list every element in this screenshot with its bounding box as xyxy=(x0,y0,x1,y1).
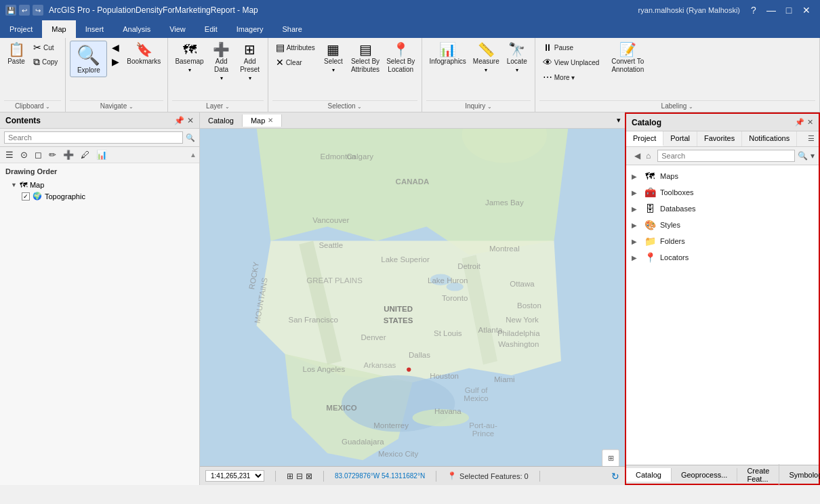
catalog-item-folders[interactable]: ▶ 📁 Folders xyxy=(626,233,819,249)
undo-icon[interactable]: ↩ xyxy=(19,5,30,16)
catalog-item-databases[interactable]: ▶ 🗄 Databases xyxy=(626,201,819,217)
menu-share[interactable]: Share xyxy=(273,20,312,38)
explore-button[interactable]: 🔍 Explore xyxy=(70,41,107,77)
bottom-tab-symbology[interactable]: Symbology xyxy=(779,468,820,482)
draw-button[interactable]: 🖊 xyxy=(78,148,92,161)
chart-button[interactable]: 📊 xyxy=(94,148,110,161)
catalog-item-toolboxes[interactable]: ▶ 🧰 Toolboxes xyxy=(626,184,819,201)
cut-button[interactable]: ✂ Cut xyxy=(30,41,61,54)
catalog-tab-portal[interactable]: Portal xyxy=(663,131,697,146)
menu-map[interactable]: Map xyxy=(42,20,75,38)
minimize-button[interactable]: — xyxy=(763,2,779,18)
contents-search-input[interactable] xyxy=(4,131,183,144)
cut-label: Cut xyxy=(43,44,54,51)
basemap-button[interactable]: 🗺 Basemap ▾ xyxy=(172,41,206,75)
catalog-menu-icon[interactable]: ☰ xyxy=(804,131,819,146)
menu-edit[interactable]: Edit xyxy=(195,20,227,38)
map-dropdown-icon[interactable]: ▾ xyxy=(613,116,625,125)
expand-maps-icon: ▶ xyxy=(632,173,640,180)
bottom-tab-geoprocess[interactable]: Geoprocess... xyxy=(672,468,737,482)
attributes-button[interactable]: ▤ Attributes xyxy=(272,41,319,54)
view-unplaced-button[interactable]: 👁 View Unplaced xyxy=(539,56,603,69)
maximize-button[interactable]: □ xyxy=(781,2,797,18)
topographic-checkbox[interactable]: ✓ xyxy=(22,192,30,201)
cut-copy-col: ✂ Cut ⧉ Copy xyxy=(30,41,61,69)
paste-button[interactable]: 📋 Paste xyxy=(4,41,28,68)
menu-imagery[interactable]: Imagery xyxy=(227,20,273,38)
catalog-item-styles[interactable]: ▶ 🎨 Styles xyxy=(626,217,819,233)
select-by-location-button[interactable]: 📍 Select ByLocation xyxy=(384,41,417,76)
refresh-icon[interactable]: ↻ xyxy=(611,471,619,482)
nav-forward-button[interactable]: ▶ xyxy=(108,55,123,68)
map-tab[interactable]: Map ✕ xyxy=(243,114,282,127)
catalog-title: Catalog xyxy=(632,118,661,127)
close-button[interactable]: ✕ xyxy=(798,2,815,18)
window-controls[interactable]: ? — □ ✕ xyxy=(745,2,815,18)
help-button[interactable]: ? xyxy=(745,2,762,18)
cylinder-view-button[interactable]: ⊙ xyxy=(18,148,30,161)
save-icon[interactable]: 💾 xyxy=(5,5,16,16)
catalog-pin-icon[interactable]: 📌 xyxy=(795,118,804,127)
catalog-search-input[interactable] xyxy=(657,150,795,162)
bookmarks-button[interactable]: 🔖 Bookmarks xyxy=(124,41,163,68)
title-bar: 💾 ↩ ↪ ArcGIS Pro - PopulationDensityForM… xyxy=(0,0,820,20)
map-container[interactable]: CANADA UNITED STATES MEXICO ROCKY MOUNTA… xyxy=(200,129,625,466)
window-title: ArcGIS Pro - PopulationDensityForMarketi… xyxy=(49,5,258,15)
contents-search-icon[interactable]: 🔍 xyxy=(186,133,195,142)
folders-label: Folders xyxy=(660,237,685,245)
bottom-tab-catalog[interactable]: Catalog xyxy=(626,468,672,482)
infographics-button[interactable]: 📊 Infographics xyxy=(426,41,468,68)
expand-toolboxes-icon: ▶ xyxy=(632,189,640,196)
more-button[interactable]: ⋯ More ▾ xyxy=(539,70,603,84)
copy-icon: ⧉ xyxy=(33,56,40,68)
coordinates-item: 83.0729876°W 54.1311682°N xyxy=(335,472,425,480)
locators-icon: 📍 xyxy=(644,252,656,263)
map-extent-icon[interactable]: ⊟ xyxy=(296,471,303,481)
locate-button[interactable]: 🔭 Locate ▾ xyxy=(504,41,531,75)
list-view-button[interactable]: ☰ xyxy=(3,148,16,161)
svg-text:Seattle: Seattle xyxy=(319,241,343,249)
map-layer-item[interactable]: ▼ 🗺 Map xyxy=(0,180,199,190)
map-tab-close-icon[interactable]: ✕ xyxy=(268,117,273,124)
clear-button[interactable]: ✕ Clear xyxy=(272,56,319,69)
bottom-tab-create-feat[interactable]: Create Feat... xyxy=(737,464,779,486)
catalog-item-maps[interactable]: ▶ 🗺 Maps xyxy=(626,168,819,184)
scale-selector[interactable]: 1:41,265,231 xyxy=(205,470,264,482)
svg-text:STATES: STATES xyxy=(384,316,413,324)
select-by-attributes-icon: ▤ xyxy=(359,43,372,56)
edit-button[interactable]: ✏ xyxy=(46,148,59,161)
add-data-button[interactable]: ➕ AddData ▾ xyxy=(208,41,235,83)
pin-icon[interactable]: 📌 xyxy=(174,116,184,125)
menu-insert[interactable]: Insert xyxy=(76,20,114,38)
select-button[interactable]: ▦ Select ▾ xyxy=(320,41,347,75)
nav-back-button[interactable]: ◀ xyxy=(108,41,123,54)
add-preset-button[interactable]: ⊞ AddPreset ▾ xyxy=(237,41,264,83)
catalog-tab[interactable]: Catalog xyxy=(200,114,243,127)
catalog-search-dropdown-icon[interactable]: ▾ xyxy=(811,151,815,161)
catalog-search-icon[interactable]: 🔍 xyxy=(798,151,808,161)
measure-button[interactable]: 📏 Measure ▾ xyxy=(470,41,502,75)
contents-close-icon[interactable]: ✕ xyxy=(187,116,194,125)
map-home-icon[interactable]: ⊠ xyxy=(306,471,312,481)
convert-to-annotation-button[interactable]: 📝 Convert To Annotation xyxy=(604,41,651,76)
pause-button[interactable]: ⏸ Pause xyxy=(539,41,603,54)
svg-point-45 xyxy=(407,367,411,371)
catalog-back-icon[interactable]: ◀ xyxy=(633,150,642,162)
catalog-tab-favorites[interactable]: Favorites xyxy=(697,131,742,146)
menu-analysis[interactable]: Analysis xyxy=(113,20,160,38)
menu-project[interactable]: Project xyxy=(0,20,42,38)
select-by-attributes-button[interactable]: ▤ Select ByAttributes xyxy=(348,41,382,76)
redo-icon[interactable]: ↪ xyxy=(33,5,43,16)
catalog-tab-notifications[interactable]: Notifications xyxy=(742,131,797,146)
menu-view[interactable]: View xyxy=(160,20,195,38)
catalog-home-icon[interactable]: ⌂ xyxy=(644,150,652,162)
filter-button[interactable]: ◻ xyxy=(32,148,45,161)
map-grid-icon[interactable]: ⊞ xyxy=(287,471,293,481)
add-layer-button[interactable]: ➕ xyxy=(60,148,77,161)
catalog-close-icon[interactable]: ✕ xyxy=(807,118,813,127)
topographic-layer-item[interactable]: ✓ 🌍 Topographic xyxy=(0,190,199,202)
catalog-tab-project[interactable]: Project xyxy=(626,131,663,146)
collapse-icon[interactable]: ▲ xyxy=(190,151,197,159)
catalog-item-locators[interactable]: ▶ 📍 Locators xyxy=(626,249,819,266)
copy-button[interactable]: ⧉ Copy xyxy=(30,55,61,69)
